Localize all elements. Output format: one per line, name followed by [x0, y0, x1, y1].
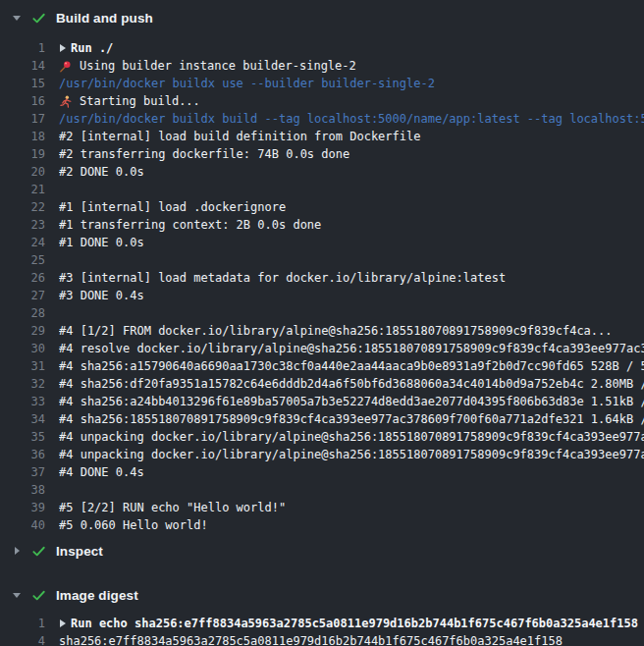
log-text: #1 [internal] load .dockerignore	[59, 198, 644, 216]
log-text: #2 transferring dockerfile: 74B 0.0s don…	[59, 145, 644, 163]
log-section: Image digest1Run echo sha256:e7ff8834a59…	[0, 583, 644, 646]
log-line: 23#1 transferring context: 2B 0.0s done	[0, 216, 644, 234]
line-number[interactable]: 14	[0, 57, 45, 75]
command-text: Run ./	[71, 39, 113, 57]
line-content: Run echo sha256:e7ff8834a5963a2785c5a081…	[59, 615, 644, 632]
log-line: 38	[0, 481, 644, 499]
log-text	[59, 481, 644, 499]
log-line: 4sha256:e7ff8834a5963a2785c5a0811e979d16…	[0, 632, 644, 646]
log-text: #4 sha256:a24bb4013296f61e89ba57005a7b3e…	[59, 393, 644, 410]
log-text: Starting build...	[80, 92, 200, 110]
log-text: #4 sha256:a15790640a6690aa1730c38cf0a440…	[59, 357, 644, 375]
log-line: 25	[0, 251, 644, 269]
line-content: Using builder instance builder-single-2	[59, 57, 644, 75]
section-header[interactable]: Image digest	[0, 583, 644, 607]
log-line: 36#4 unpacking docker.io/library/alpine@…	[0, 446, 644, 463]
line-number[interactable]: 36	[0, 446, 45, 463]
line-number[interactable]: 33	[0, 393, 45, 410]
line-number[interactable]: 39	[0, 499, 45, 516]
line-number[interactable]: 30	[0, 340, 45, 357]
log-lines: 1Run ./14Using builder instance builder-…	[0, 39, 644, 534]
line-number[interactable]: 27	[0, 287, 45, 304]
log-line: 39#5 [2/2] RUN echo "Hello world!"	[0, 499, 644, 516]
log-text: #1 DONE 0.0s	[59, 234, 644, 251]
log-line: 22#1 [internal] load .dockerignore	[0, 198, 644, 216]
log-text: Using builder instance builder-single-2	[80, 57, 356, 75]
log-text: #4 sha256:185518070891758909c9f839cf4ca3…	[59, 410, 644, 428]
line-number[interactable]: 1	[0, 39, 45, 57]
log-line: 37#4 DONE 0.4s	[0, 463, 644, 481]
log-text	[59, 251, 644, 269]
line-content: Starting build...	[59, 92, 644, 110]
log-lines: 1Run echo sha256:e7ff8834a5963a2785c5a08…	[0, 615, 644, 646]
log-line: 19#2 transferring dockerfile: 74B 0.0s d…	[0, 145, 644, 163]
log-line: 30#4 resolve docker.io/library/alpine@sh…	[0, 340, 644, 357]
line-number[interactable]: 24	[0, 234, 45, 251]
line-number[interactable]: 28	[0, 304, 45, 322]
line-number[interactable]: 23	[0, 216, 45, 234]
chevron-down-icon[interactable]	[13, 16, 21, 21]
chevron-right-icon[interactable]	[15, 547, 20, 555]
log-line: 24#1 DONE 0.0s	[0, 234, 644, 251]
line-number[interactable]: 16	[0, 92, 45, 110]
log-text: #5 [2/2] RUN echo "Hello world!"	[59, 499, 644, 516]
line-number[interactable]: 18	[0, 128, 45, 145]
line-number[interactable]: 31	[0, 357, 45, 375]
check-icon	[30, 10, 46, 26]
line-content: Run ./	[59, 39, 644, 57]
line-number[interactable]: 25	[0, 251, 45, 269]
log-line: 16Starting build...	[0, 92, 644, 110]
expand-run-icon[interactable]	[60, 619, 66, 627]
log-line: 1Run ./	[0, 39, 644, 57]
log-text: #2 DONE 0.0s	[59, 163, 644, 181]
line-number[interactable]: 15	[0, 75, 45, 92]
log-line: 28	[0, 304, 644, 322]
line-number[interactable]: 38	[0, 481, 45, 499]
log-section: Inspect	[0, 539, 644, 563]
log-text: #3 DONE 0.4s	[59, 287, 644, 304]
log-text: #3 [internal] load metadata for docker.i…	[59, 269, 644, 287]
log-line: 15/usr/bin/docker buildx use --builder b…	[0, 75, 644, 92]
section-header[interactable]: Inspect	[0, 539, 644, 563]
line-number[interactable]: 21	[0, 181, 45, 198]
log-text: #4 unpacking docker.io/library/alpine@sh…	[59, 446, 644, 463]
log-line: 21	[0, 181, 644, 198]
log-line: 20#2 DONE 0.0s	[0, 163, 644, 181]
line-number[interactable]: 35	[0, 428, 45, 446]
log-text: #4 DONE 0.4s	[59, 463, 644, 481]
log-line: 14Using builder instance builder-single-…	[0, 57, 644, 75]
log-line: 33#4 sha256:a24bb4013296f61e89ba57005a7b…	[0, 393, 644, 410]
line-number[interactable]: 22	[0, 198, 45, 216]
log-line: 18#2 [internal] load build definition fr…	[0, 128, 644, 145]
log-line: 1Run echo sha256:e7ff8834a5963a2785c5a08…	[0, 615, 644, 632]
log-line: 40#5 0.060 Hello world!	[0, 516, 644, 534]
workflow-log: Build and push1Run ./14Using builder ins…	[0, 0, 644, 646]
line-number[interactable]: 20	[0, 163, 45, 181]
line-number[interactable]: 19	[0, 145, 45, 163]
log-text	[59, 181, 644, 198]
line-number[interactable]: 40	[0, 516, 45, 534]
line-number[interactable]: 29	[0, 322, 45, 340]
expand-run-icon[interactable]	[60, 44, 66, 52]
line-number[interactable]: 1	[0, 615, 45, 632]
line-number[interactable]: 34	[0, 410, 45, 428]
section-title: Inspect	[56, 544, 103, 559]
line-number[interactable]: 37	[0, 463, 45, 481]
log-line: 35#4 unpacking docker.io/library/alpine@…	[0, 428, 644, 446]
section-title: Build and push	[56, 11, 153, 26]
runner-icon	[59, 95, 74, 108]
command-text: Run echo sha256:e7ff8834a5963a2785c5a081…	[71, 615, 638, 632]
line-number[interactable]: 4	[0, 632, 45, 646]
log-text	[59, 304, 644, 322]
log-text: #4 [1/2] FROM docker.io/library/alpine@s…	[59, 322, 644, 340]
line-number[interactable]: 26	[0, 269, 45, 287]
section-header[interactable]: Build and push	[0, 6, 644, 29]
line-number[interactable]: 17	[0, 110, 45, 128]
chevron-down-icon[interactable]	[13, 593, 21, 598]
check-icon	[30, 543, 46, 559]
command-text: /usr/bin/docker buildx build --tag local…	[59, 110, 644, 128]
line-number[interactable]: 32	[0, 375, 45, 393]
section-title: Image digest	[56, 588, 138, 603]
log-text: sha256:e7ff8834a5963a2785c5a0811e979d16b…	[59, 632, 644, 646]
pushpin-icon	[59, 60, 74, 73]
